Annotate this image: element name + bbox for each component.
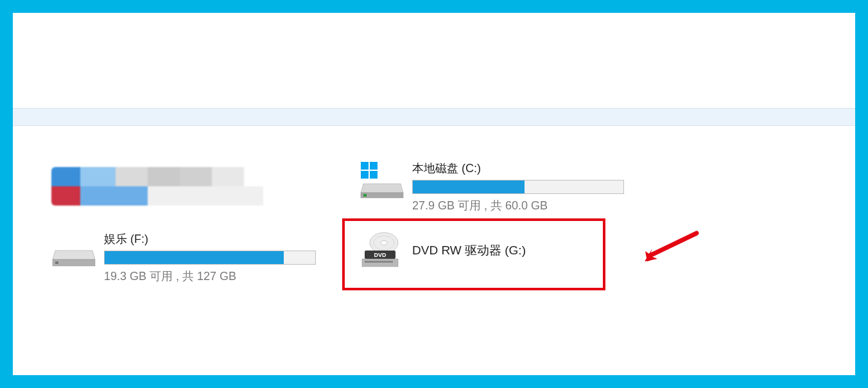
annotation-arrow-icon xyxy=(636,228,700,267)
drive-f-capacity-bar xyxy=(104,251,316,265)
pixelated-drive-item[interactable] xyxy=(51,167,263,206)
hdd-windows-icon xyxy=(360,161,404,199)
svg-point-10 xyxy=(381,241,387,245)
drive-dvd-title: DVD RW 驱动器 (G:) xyxy=(412,242,526,259)
explorer-window: 本地磁盘 (C:) 27.9 GB 可用 , 共 60.0 GB 娱乐 (F:) xyxy=(13,13,855,375)
drive-c-title: 本地磁盘 (C:) xyxy=(412,161,624,176)
dvd-drive-icon: DVD xyxy=(360,231,404,270)
svg-rect-4 xyxy=(361,193,403,198)
drive-f-status: 19.3 GB 可用 , 共 127 GB xyxy=(104,269,316,284)
hdd-icon xyxy=(51,231,96,270)
svg-rect-5 xyxy=(363,194,367,197)
svg-rect-14 xyxy=(365,261,393,263)
section-header-band xyxy=(13,108,855,126)
svg-rect-0 xyxy=(361,162,369,170)
svg-text:DVD: DVD xyxy=(374,252,386,258)
drive-f[interactable]: 娱乐 (F:) 19.3 GB 可用 , 共 127 GB xyxy=(51,231,316,284)
svg-rect-7 xyxy=(55,261,58,264)
svg-rect-6 xyxy=(53,260,95,266)
drive-f-capacity-fill xyxy=(105,251,284,264)
drive-c-status: 27.9 GB 可用 , 共 60.0 GB xyxy=(412,198,624,213)
drive-c-capacity-bar xyxy=(412,180,624,194)
drive-f-title: 娱乐 (F:) xyxy=(104,231,316,247)
svg-rect-3 xyxy=(370,171,378,179)
drive-c[interactable]: 本地磁盘 (C:) 27.9 GB 可用 , 共 60.0 GB xyxy=(360,161,624,213)
drive-c-capacity-fill xyxy=(413,181,525,193)
svg-rect-1 xyxy=(370,162,378,170)
drive-dvd[interactable]: DVD DVD RW 驱动器 (G:) xyxy=(360,231,624,270)
svg-rect-2 xyxy=(361,171,369,179)
